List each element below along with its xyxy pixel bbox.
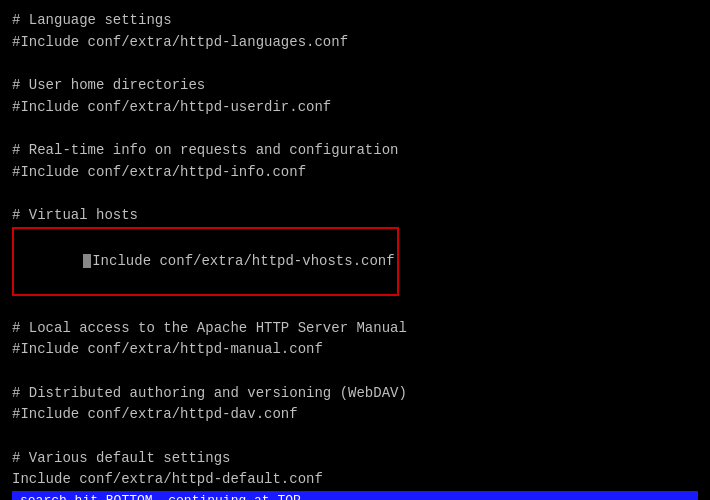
- line-11-highlighted: Include conf/extra/httpd-vhosts.conf: [12, 227, 698, 296]
- line-15: [12, 361, 698, 383]
- line-9: [12, 184, 698, 206]
- status-bar: search hit BOTTOM, continuing at TOP: [12, 491, 698, 500]
- editor-window: # Language settings #Include conf/extra/…: [0, 0, 710, 500]
- line-3: [12, 53, 698, 75]
- line-4: # User home directories: [12, 75, 698, 97]
- highlighted-text: Include conf/extra/httpd-vhosts.conf: [12, 227, 399, 296]
- line-19: # Various default settings: [12, 448, 698, 470]
- line-5: #Include conf/extra/httpd-userdir.conf: [12, 97, 698, 119]
- line-13: # Local access to the Apache HTTP Server…: [12, 318, 698, 340]
- line-7: # Real-time info on requests and configu…: [12, 140, 698, 162]
- line-17: #Include conf/extra/httpd-dav.conf: [12, 404, 698, 426]
- line-2: #Include conf/extra/httpd-languages.conf: [12, 32, 698, 54]
- line-18: [12, 426, 698, 448]
- line-10: # Virtual hosts: [12, 205, 698, 227]
- line-14: #Include conf/extra/httpd-manual.conf: [12, 339, 698, 361]
- cursor: [83, 254, 91, 268]
- code-area: # Language settings #Include conf/extra/…: [12, 10, 698, 491]
- line-20: Include conf/extra/httpd-default.conf: [12, 469, 698, 491]
- highlighted-line-text: Include conf/extra/httpd-vhosts.conf: [92, 253, 394, 269]
- line-6: [12, 118, 698, 140]
- line-1: # Language settings: [12, 10, 698, 32]
- line-16: # Distributed authoring and versioning (…: [12, 383, 698, 405]
- line-12: [12, 296, 698, 318]
- line-8: #Include conf/extra/httpd-info.conf: [12, 162, 698, 184]
